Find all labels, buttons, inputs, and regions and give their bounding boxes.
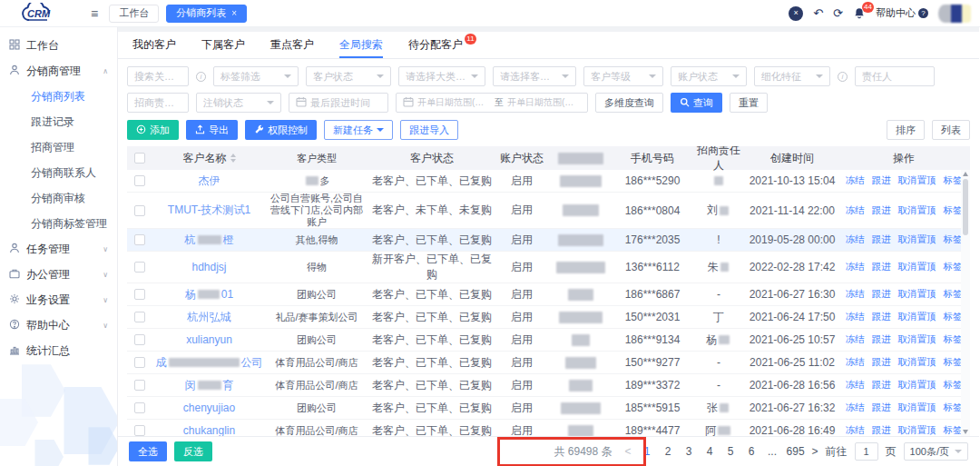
- customer-name-cell[interactable]: 杭州弘城: [152, 310, 266, 325]
- tab-3[interactable]: 全局搜索: [339, 32, 383, 58]
- row-action-2[interactable]: 取消置顶: [898, 174, 936, 187]
- row-action-3[interactable]: 标签: [944, 402, 963, 414]
- filter-select-r1-1[interactable]: 标签筛选: [213, 66, 299, 86]
- sort-icon[interactable]: [230, 154, 236, 163]
- page-number-3[interactable]: 3: [682, 445, 696, 458]
- row-action-0[interactable]: 冻结: [846, 204, 865, 217]
- filter-input-r2-0[interactable]: 招商责任人: [127, 93, 189, 113]
- tab-0[interactable]: 我的客户: [132, 32, 176, 58]
- sidebar-item-8[interactable]: 任务管理∨: [0, 236, 117, 262]
- sidebar-item-0[interactable]: 工作台: [0, 33, 117, 58]
- row-action-3[interactable]: 标签: [944, 288, 963, 301]
- tab-1[interactable]: 下属客户: [201, 32, 245, 58]
- sidebar-item-1[interactable]: 分销商管理∧: [0, 58, 117, 84]
- row-action-0[interactable]: 冻结: [846, 356, 865, 369]
- row-checkbox[interactable]: [134, 380, 145, 391]
- row-checkbox[interactable]: [134, 262, 145, 273]
- row-action-2[interactable]: 取消置顶: [898, 311, 936, 323]
- row-action-0[interactable]: 冻结: [846, 311, 865, 323]
- customer-name-cell[interactable]: 杭橙: [152, 233, 266, 248]
- row-action-0[interactable]: 冻结: [846, 333, 865, 346]
- filter-input-r1-8[interactable]: 责任人: [855, 66, 935, 86]
- window-tab-1[interactable]: 分销商列表×: [166, 5, 247, 23]
- view-button-1[interactable]: 列表: [932, 120, 970, 140]
- row-action-1[interactable]: 跟进: [872, 333, 891, 346]
- row-checkbox[interactable]: [134, 289, 145, 300]
- row-action-2[interactable]: 取消置顶: [898, 288, 936, 301]
- refresh-icon[interactable]: ⟳: [833, 7, 843, 19]
- user-avatar[interactable]: [938, 5, 971, 23]
- view-button-0[interactable]: 排序: [887, 120, 925, 140]
- row-checkbox[interactable]: [134, 357, 145, 368]
- filter-input-r1-0[interactable]: 搜索关键词: [127, 66, 189, 86]
- row-action-1[interactable]: 跟进: [872, 174, 891, 187]
- action-button-4[interactable]: 跟进导入: [400, 120, 458, 140]
- row-action-1[interactable]: 跟进: [872, 379, 891, 392]
- menu-toggle-icon[interactable]: ≡: [91, 6, 98, 21]
- sidebar-item-10[interactable]: 业务设置∨: [0, 287, 117, 312]
- sidebar-item-3[interactable]: 跟进记录: [0, 109, 117, 134]
- row-action-1[interactable]: 跟进: [872, 261, 891, 273]
- row-action-3[interactable]: 标签: [944, 233, 963, 246]
- row-action-0[interactable]: 冻结: [846, 402, 865, 414]
- row-action-3[interactable]: 标签: [944, 204, 963, 217]
- sidebar-item-4[interactable]: 招商管理: [0, 134, 117, 160]
- select-all-button[interactable]: 全选: [129, 441, 167, 461]
- query-button-2[interactable]: 重置: [730, 93, 768, 113]
- action-button-2[interactable]: 权限控制: [245, 120, 317, 140]
- vertical-scrollbar[interactable]: [961, 170, 970, 436]
- customer-name-cell[interactable]: xulianyun: [152, 333, 266, 346]
- sidebar-item-6[interactable]: 分销商审核: [0, 185, 117, 211]
- row-action-1[interactable]: 跟进: [872, 402, 891, 414]
- sidebar-item-9[interactable]: 办公管理∨: [0, 262, 117, 287]
- window-tab-0[interactable]: 工作台: [109, 5, 159, 23]
- row-action-1[interactable]: 跟进: [872, 288, 891, 301]
- bell-icon[interactable]: 44: [853, 7, 866, 20]
- page-size-select[interactable]: 100条/页: [904, 442, 968, 461]
- select-all-checkbox[interactable]: [134, 153, 145, 164]
- scrollbar-thumb[interactable]: [963, 179, 968, 235]
- filter-select-r1-6[interactable]: 账户状态: [671, 66, 747, 86]
- row-action-0[interactable]: 冻结: [846, 379, 865, 392]
- row-checkbox[interactable]: [134, 234, 145, 245]
- next-page-arrow[interactable]: >: [812, 445, 818, 458]
- tab-4[interactable]: 待分配客户11: [408, 32, 463, 58]
- filter-select-r1-5[interactable]: 客户等级: [583, 66, 663, 86]
- customer-name-cell[interactable]: 闵育: [152, 378, 266, 393]
- customer-name-cell[interactable]: hdhdjsj: [152, 261, 266, 273]
- page-number-4[interactable]: 4: [703, 445, 717, 458]
- row-action-1[interactable]: 跟进: [872, 311, 891, 323]
- row-action-3[interactable]: 标签: [944, 311, 963, 323]
- prev-page-arrow[interactable]: <: [625, 445, 632, 458]
- filter-daterange-r2-3[interactable]: 开单日期范围(开始)至开单日期范围(结束): [396, 93, 588, 113]
- help-center-link[interactable]: 帮助中心 ?: [876, 6, 928, 20]
- row-action-1[interactable]: 跟进: [872, 233, 891, 246]
- action-button-0[interactable]: 添加: [127, 120, 179, 140]
- sidebar-item-12[interactable]: 统计汇总: [0, 338, 117, 363]
- action-button-3[interactable]: 新建任务: [324, 120, 393, 140]
- customer-name-cell[interactable]: 杨01: [152, 287, 266, 302]
- filter-select-r1-2[interactable]: 客户状态: [306, 66, 391, 86]
- row-action-2[interactable]: 取消置顶: [898, 424, 936, 436]
- row-action-2[interactable]: 取消置顶: [898, 379, 936, 392]
- row-checkbox[interactable]: [134, 175, 145, 186]
- action-button-1[interactable]: 导出: [186, 120, 238, 140]
- sidebar-item-5[interactable]: 分销商联系人: [0, 160, 117, 185]
- row-action-3[interactable]: 标签: [944, 356, 963, 369]
- sidebar-item-2[interactable]: 分销商列表: [0, 84, 117, 109]
- row-action-3[interactable]: 标签: [944, 333, 963, 346]
- sidebar-item-7[interactable]: 分销商标签管理: [0, 211, 117, 236]
- page-number-6[interactable]: 6: [745, 445, 759, 458]
- row-action-3[interactable]: 标签: [944, 174, 963, 187]
- row-action-1[interactable]: 跟进: [872, 204, 891, 217]
- customer-name-cell[interactable]: 成公司: [152, 355, 266, 371]
- customer-name-cell[interactable]: 杰伊: [152, 174, 266, 189]
- scroll-up-icon[interactable]: [963, 172, 968, 176]
- invert-select-button[interactable]: 反选: [174, 441, 212, 461]
- row-action-2[interactable]: 取消置顶: [898, 356, 936, 369]
- goto-page-input[interactable]: [855, 442, 878, 461]
- customer-name-cell[interactable]: chukanglin: [152, 424, 266, 436]
- row-action-3[interactable]: 标签: [944, 424, 963, 436]
- row-action-1[interactable]: 跟进: [872, 424, 891, 436]
- close-tab-icon[interactable]: ×: [231, 8, 237, 18]
